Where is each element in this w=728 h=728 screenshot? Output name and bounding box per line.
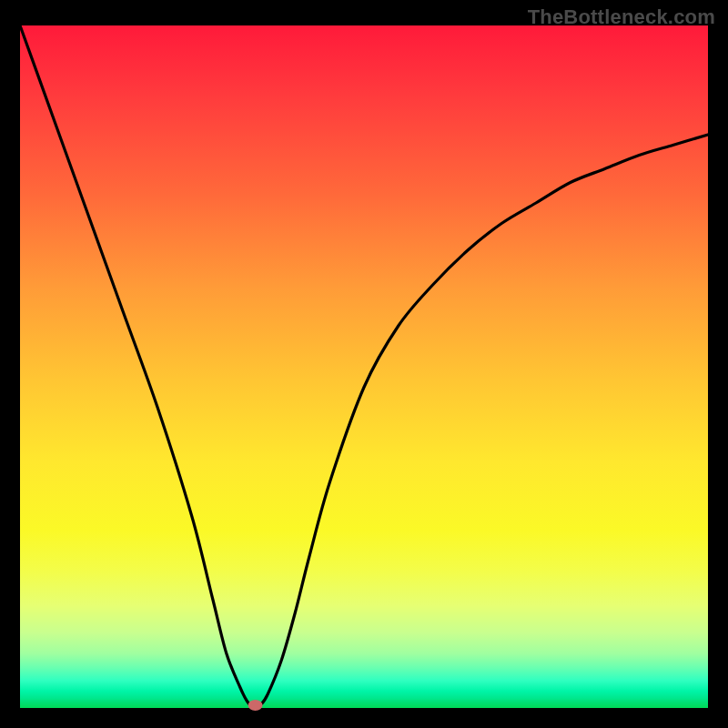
- bottleneck-curve: [20, 25, 708, 708]
- plot-area: [20, 25, 708, 708]
- optimum-point: [248, 700, 263, 711]
- chart-frame: TheBottleneck.com: [0, 0, 728, 728]
